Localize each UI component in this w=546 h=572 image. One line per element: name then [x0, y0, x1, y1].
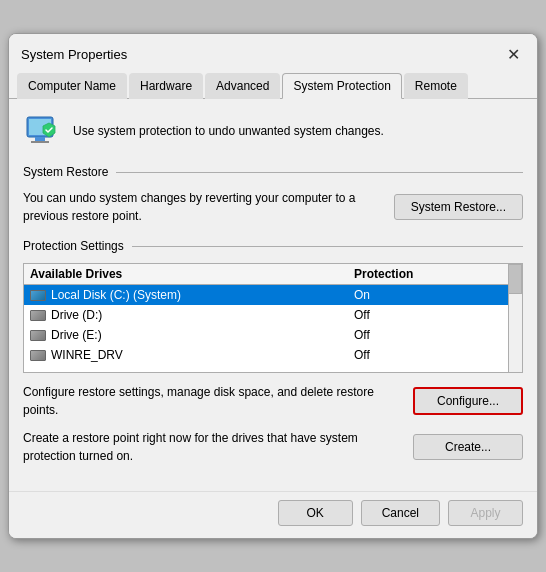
create-button[interactable]: Create... [413, 434, 523, 460]
drive-e-icon [30, 330, 46, 341]
drive-d-protection: Off [354, 308, 516, 322]
drive-winre-icon [30, 350, 46, 361]
configure-description: Configure restore settings, manage disk … [23, 383, 403, 419]
create-row: Create a restore point right now for the… [23, 429, 523, 465]
drive-d-name: Drive (D:) [30, 308, 354, 322]
footer: OK Cancel Apply [9, 491, 537, 538]
drive-row-e[interactable]: Drive (E:) Off [24, 325, 522, 345]
title-bar: System Properties ✕ [9, 34, 537, 66]
system-restore-description: You can undo system changes by reverting… [23, 189, 384, 225]
drive-e-protection: Off [354, 328, 516, 342]
create-description: Create a restore point right now for the… [23, 429, 403, 465]
drive-row-c[interactable]: Local Disk (C:) (System) On [24, 285, 522, 305]
drive-d-icon [30, 310, 46, 321]
system-restore-row: You can undo system changes by reverting… [23, 189, 523, 225]
tabs-bar: Computer Name Hardware Advanced System P… [9, 66, 537, 99]
tab-advanced[interactable]: Advanced [205, 73, 280, 99]
drives-scrollbar-thumb[interactable] [508, 264, 522, 294]
info-description: Use system protection to undo unwanted s… [73, 124, 384, 138]
tab-hardware[interactable]: Hardware [129, 73, 203, 99]
system-properties-window: System Properties ✕ Computer Name Hardwa… [8, 33, 538, 539]
system-restore-section: System Restore You can undo system chang… [23, 165, 523, 225]
window-title: System Properties [21, 47, 127, 62]
system-restore-divider [116, 172, 523, 173]
protection-settings-label: Protection Settings [23, 239, 124, 253]
drives-scrollbar[interactable] [508, 264, 522, 372]
drives-table: Available Drives Protection Local Disk (… [23, 263, 523, 373]
drives-table-header: Available Drives Protection [24, 264, 522, 285]
system-restore-header: System Restore [23, 165, 523, 179]
drive-row-winre[interactable]: WINRE_DRV Off [24, 345, 522, 365]
info-banner: Use system protection to undo unwanted s… [23, 111, 523, 151]
drive-c-icon [30, 290, 46, 301]
tab-computer-name[interactable]: Computer Name [17, 73, 127, 99]
system-restore-button[interactable]: System Restore... [394, 194, 523, 220]
cancel-button[interactable]: Cancel [361, 500, 440, 526]
drive-c-name: Local Disk (C:) (System) [30, 288, 354, 302]
apply-button[interactable]: Apply [448, 500, 523, 526]
configure-button[interactable]: Configure... [413, 387, 523, 415]
system-protection-icon [23, 111, 63, 151]
tab-remote[interactable]: Remote [404, 73, 468, 99]
protection-settings-divider [132, 246, 523, 247]
protection-settings-header: Protection Settings [23, 239, 523, 253]
configure-row: Configure restore settings, manage disk … [23, 383, 523, 419]
svg-rect-3 [31, 141, 49, 143]
system-restore-label: System Restore [23, 165, 108, 179]
ok-button[interactable]: OK [278, 500, 353, 526]
svg-rect-2 [35, 137, 45, 141]
drive-winre-protection: Off [354, 348, 516, 362]
drive-c-protection: On [354, 288, 516, 302]
close-button[interactable]: ✕ [501, 42, 525, 66]
tab-content: Use system protection to undo unwanted s… [9, 99, 537, 491]
drive-winre-name: WINRE_DRV [30, 348, 354, 362]
tab-system-protection[interactable]: System Protection [282, 73, 401, 99]
drive-e-name: Drive (E:) [30, 328, 354, 342]
protection-settings-section: Protection Settings Available Drives Pro… [23, 239, 523, 373]
col-available-drives: Available Drives [30, 267, 354, 281]
col-protection: Protection [354, 267, 516, 281]
drive-row-d[interactable]: Drive (D:) Off [24, 305, 522, 325]
